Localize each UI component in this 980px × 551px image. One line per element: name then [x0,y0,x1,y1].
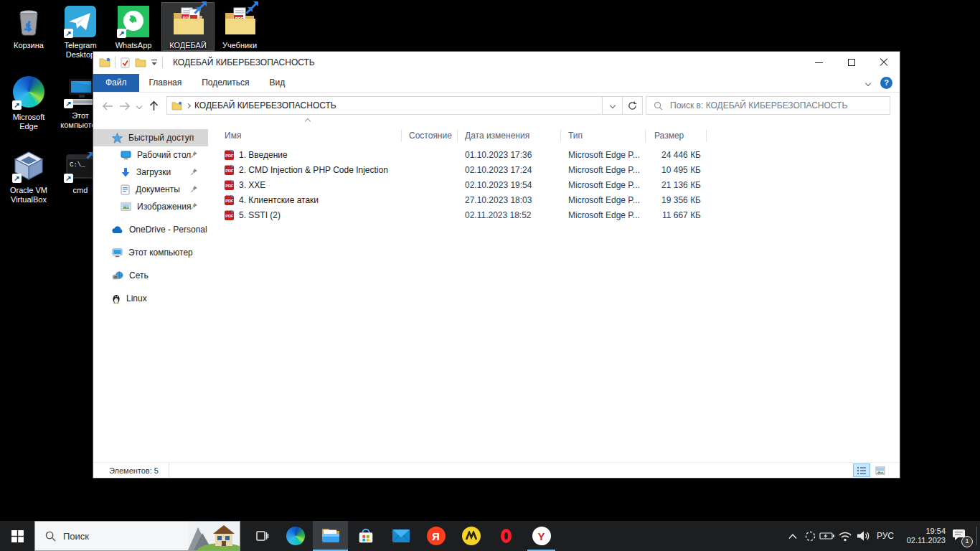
sidebar-item-quick-access[interactable]: Быстрый доступ [93,129,208,146]
task-view-button[interactable] [244,521,279,551]
search-highlight-image [188,522,240,550]
address-dropdown-button[interactable] [603,96,623,115]
column-header-name[interactable]: Имя [208,130,402,142]
tab-file[interactable]: Файл [93,74,139,92]
pdf-file-icon: PDF [224,209,235,221]
recent-locations-dropdown-icon[interactable] [133,98,145,115]
desktop-icon-edge[interactable]: ↗ Microsoft Edge [3,75,55,131]
telegram-icon: ↗ [63,4,98,39]
sidebar-item-downloads[interactable]: Загрузки [93,164,208,181]
taskbar-edge-button[interactable] [278,521,313,551]
sidebar-item-this-pc[interactable]: Этот компьютер [93,244,208,261]
new-folder-button[interactable] [135,57,146,67]
desktop-icon-kodebay[interactable]: PDF КОДЕБАЙ [162,3,214,50]
minimize-button[interactable] [803,52,835,73]
refresh-button[interactable] [623,96,643,115]
shortcut-arrow-badge: ↗ [12,100,22,110]
file-name: 3. XXE [239,180,265,190]
help-icon[interactable]: ? [880,77,892,89]
details-view-button[interactable] [854,464,870,476]
file-row[interactable]: PDF3. XXE 02.10.2023 19:54 Microsoft Edg… [208,177,900,192]
sidebar-item-network[interactable]: Сеть [93,267,208,284]
file-row[interactable]: PDF5. SSTI (2) 02.11.2023 18:52 Microsof… [208,207,900,222]
taskbar-store-button[interactable] [348,521,383,551]
pdf-file-icon: PDF [224,194,235,206]
file-row[interactable]: PDF1. Введение 01.10.2023 17:36 Microsof… [208,147,900,162]
desktop-icon-recycle-bin[interactable]: Корзина [3,4,55,50]
large-icons-view-button[interactable] [872,464,888,476]
breadcrumb-chevron-icon [186,103,191,108]
tab-home[interactable]: Главная [139,74,192,92]
taskbar-search-box[interactable]: Поиск [34,521,240,551]
show-desktop-button[interactable] [976,527,977,545]
taskbar-yellow-app-button[interactable] [453,521,489,551]
customize-qat-dropdown-icon[interactable] [151,59,158,66]
sidebar-item-linux[interactable]: Linux [93,290,208,307]
tray-expand-button[interactable] [785,521,801,551]
desktop-icon-uchebniki[interactable]: PDF Учебники [214,4,265,50]
folder-pdf-icon: PDF [222,4,257,39]
svg-text:PDF: PDF [225,184,234,188]
status-bar: Элементов: 5 [93,462,900,478]
start-button[interactable] [0,521,34,551]
explorer-window: КОДЕБАЙ КИБЕРБЕЗОПАСНОСТЬ Файл Главная П… [93,52,900,478]
tab-share[interactable]: Поделиться [192,74,259,92]
sidebar-item-label: Linux [126,293,147,303]
linux-penguin-icon [112,293,121,304]
up-button[interactable] [145,98,162,115]
file-row[interactable]: PDF4. Клиентские атаки 27.10.2023 18:03 … [208,192,900,207]
sidebar-item-pictures[interactable]: Изображения [93,198,208,215]
desktop-icon-label: Oracle VM VirtualBox [3,186,55,204]
shortcut-arrow-badge: ↗ [117,29,126,38]
taskbar-yandex-browser-button[interactable]: Y [524,521,559,551]
taskbar-opera-button[interactable] [489,521,524,551]
taskbar-yandex-app-button[interactable]: Я [418,521,453,551]
edge-icon: ↗ [11,76,46,110]
sidebar-item-onedrive[interactable]: OneDrive - Personal [93,221,208,238]
shortcut-arrow-badge: ↗ [64,174,73,183]
tray-time: 19:54 [898,527,946,536]
search-input[interactable]: Поиск в: КОДЕБАЙ КИБЕРБЕЗОПАСНОСТЬ [646,96,890,115]
file-size: 19 356 КБ [646,195,707,205]
file-name: 5. SSTI (2) [239,210,281,220]
tray-language-indicator[interactable]: РУС [872,521,898,551]
tab-view[interactable]: Вид [259,74,295,92]
file-date-modified: 27.10.2023 18:03 [458,195,561,205]
file-name: 4. Клиентские атаки [239,195,319,205]
sidebar-item-desktop[interactable]: Рабочий стол [93,146,208,164]
properties-button[interactable] [120,57,131,68]
column-header-status[interactable]: Состояние [402,130,458,142]
sidebar-item-label: Документы [136,184,180,194]
svg-text:PDF: PDF [225,169,234,173]
tray-battery-button[interactable] [818,521,837,551]
forward-button[interactable] [116,98,133,115]
tray-volume-button[interactable] [854,521,872,551]
desktop-icon-label: КОДЕБАЙ [162,41,214,50]
column-header-type[interactable]: Тип [561,130,646,142]
tray-app-button[interactable] [802,521,818,551]
taskbar-mail-button[interactable] [383,521,418,551]
address-bar[interactable]: КОДЕБАЙ КИБЕРБЕЗОПАСНОСТЬ [166,96,603,115]
tray-wifi-button[interactable] [837,521,854,551]
folder-pdf-icon: PDF [171,4,205,39]
desktop-icon-whatsapp[interactable]: ↗ WhatsApp [108,4,159,50]
title-bar: КОДЕБАЙ КИБЕРБЕЗОПАСНОСТЬ [93,52,900,73]
back-button[interactable] [99,98,116,115]
downloads-arrow-icon [121,167,131,178]
file-row[interactable]: PDF2. CMD Injection & PHP Code Injection… [208,162,900,177]
desktop-icon-virtualbox[interactable]: ↗ Oracle VM VirtualBox [3,149,55,204]
action-center-button[interactable]: 1 [948,521,970,551]
yandex-app-icon: Я [427,527,446,545]
column-header-size[interactable]: Размер [646,130,707,142]
sidebar-item-documents[interactable]: Документы [93,181,208,198]
quick-access-toolbar [93,57,163,68]
expand-ribbon-icon[interactable] [865,80,871,85]
maximize-button[interactable] [835,52,867,73]
close-button[interactable] [867,52,900,73]
navigation-pane: Быстрый доступ Рабочий стол Загрузки Док… [93,119,208,462]
svg-text:PDF: PDF [225,199,234,203]
column-header-date-modified[interactable]: Дата изменения [458,130,561,142]
taskbar-file-explorer-button[interactable] [313,521,348,551]
tray-clock[interactable]: 19:54 02.11.2023 [898,521,946,551]
ribbon-tab-strip: Файл Главная Поделиться Вид ? [93,73,900,93]
